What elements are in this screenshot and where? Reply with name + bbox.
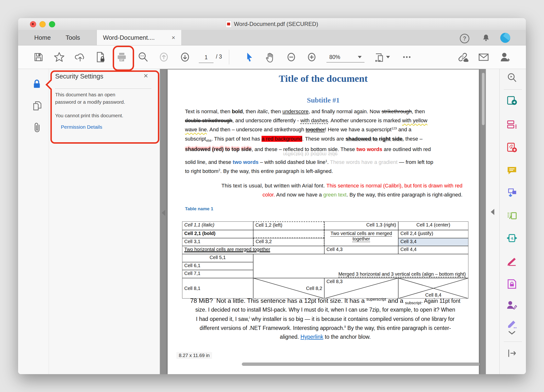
page-lock-button[interactable] [92, 45, 109, 69]
comment-icon[interactable] [506, 165, 518, 176]
more-tools-ellipsis[interactable] [398, 45, 415, 69]
panel-close-icon[interactable]: × [144, 72, 148, 79]
organize-pages-icon[interactable] [506, 119, 518, 130]
edit-pdf-icon[interactable] [506, 210, 518, 221]
search-icon[interactable] [135, 45, 152, 69]
zoom-level-value: 80% [329, 54, 340, 60]
table-cell: Cell 7,1 [182, 270, 253, 278]
paragraph1-line: subscript456. This part of text has a re… [185, 136, 422, 143]
merged-3x3-text: Merged 3 horizontal and 3 vertical cells… [338, 271, 466, 277]
toolbar: / 3 80% [18, 45, 526, 69]
table-cell: Cell 2,1 (bold) [182, 230, 253, 238]
horizontal-scrollbar[interactable] [242, 362, 479, 366]
paragraph1-line: double strikethrough, and underscore dif… [185, 118, 427, 124]
paragraph1-line: wave line. And then – underscore and str… [185, 126, 411, 133]
help-icon[interactable]: ? [460, 34, 469, 43]
send-signature-icon[interactable] [506, 300, 518, 311]
paragraph1-line: solid line, and these two words – with s… [185, 159, 433, 165]
paragraph1-line: shadowed (red) to top side, and these – … [185, 146, 431, 153]
notifications-bell-icon[interactable] [482, 34, 490, 42]
table-cell-crossed: Cell 8,4 [398, 278, 468, 298]
star-favorite-button[interactable] [51, 45, 68, 69]
main-content: Security Settings × This document has an… [18, 69, 526, 374]
document-view-area: Title of the document Subtitle #1 Text i… [160, 69, 486, 374]
vertical-scrollbar[interactable] [482, 73, 485, 125]
email-button[interactable] [475, 45, 492, 69]
permission-details-link[interactable]: Permission Details [61, 124, 102, 130]
left-navigation-strip [18, 69, 49, 374]
table-cell: Cell 2,4 (justify) [398, 230, 468, 238]
hand-pan-tool[interactable] [261, 45, 279, 69]
paragraph1-line: Text is normal, then bold, then italic, … [185, 108, 425, 115]
table-cell [253, 230, 324, 238]
previous-page-button[interactable] [155, 45, 172, 69]
combine-files-icon[interactable] [506, 187, 518, 199]
collapse-left-panel-arrow[interactable] [162, 210, 165, 216]
paragraph2-line: This text is usual, but written with Ari… [185, 183, 462, 189]
highlight-icon[interactable] [506, 318, 518, 330]
save-button[interactable] [30, 45, 47, 69]
protect-pdf-icon[interactable] [506, 278, 518, 290]
search-doc-icon[interactable] [506, 72, 517, 83]
zoom-level-dropdown[interactable]: 80% [326, 52, 365, 63]
table-cell: Cell 3,2 [253, 238, 324, 246]
merged-vertical-text: Two vertical cells are merged together [331, 231, 392, 241]
paragraph2-line: color. And now we have a green text. By … [185, 192, 462, 198]
merged-horizontal-text: Two horizontal cells are merged together [184, 247, 270, 252]
table-cell: Cell 5,1 [182, 254, 253, 262]
right-tools-strip [499, 69, 526, 374]
document-title: Title of the document [168, 73, 479, 84]
panel-message-password: This document has an open password or a … [55, 91, 134, 106]
zoom-in-button[interactable] [303, 45, 320, 69]
security-lock-icon[interactable] [31, 78, 42, 89]
table-cell: Cell 8,1 [182, 278, 253, 298]
paperclip-attachments-icon[interactable] [32, 122, 42, 133]
table-cell-diagonal: Cell 8,2 [253, 278, 324, 298]
zoom-out-button[interactable] [283, 45, 300, 69]
chevron-down-icon[interactable] [507, 330, 517, 335]
tab-document-label: Word-Document.... [103, 34, 155, 42]
tools-divider [504, 89, 522, 90]
open-panel-icon[interactable] [506, 348, 517, 359]
fit-options-caret[interactable] [386, 56, 390, 58]
paragraph3-line: 78 MiB? Not a little. This sentence has … [182, 297, 468, 305]
tab-document[interactable]: Word-Document.... × [96, 30, 182, 45]
share-link-button[interactable] [454, 45, 471, 69]
export-pdf-icon[interactable] [506, 95, 518, 106]
table-cell: Cell 6,1 [182, 262, 253, 270]
select-cursor-tool[interactable] [241, 45, 258, 69]
table-cell: Cell 1,2 (left) [253, 221, 324, 230]
page-number-input[interactable] [199, 52, 213, 63]
security-settings-panel: Security Settings × This document has an… [49, 69, 160, 374]
pdf-page: Title of the document Subtitle #1 Text i… [168, 70, 479, 374]
tab-close-icon[interactable]: × [172, 34, 175, 42]
window-title: Word-Document.pdf (SECURED) [234, 21, 318, 27]
table-cell-merged-horizontal: Two horizontal cells are merged together [182, 246, 324, 254]
page-thumbnails-icon[interactable] [32, 100, 43, 111]
document-table: Cell 1,1 (italic) Cell 1,2 (left) Cell 1… [182, 221, 468, 298]
table-cell-merged-vertical: Two vertical cells are merged together [324, 230, 398, 246]
paragraph1-line: to right bottom2. By the way, this entir… [185, 168, 333, 174]
tab-tools[interactable]: Tools [66, 30, 80, 45]
paragraph3-line: size. I decided not to install MSI-pack.… [182, 307, 468, 313]
add-person-button[interactable] [497, 45, 514, 69]
cloud-upload-button[interactable] [71, 45, 89, 69]
toolbar-separator [229, 50, 229, 65]
next-page-button[interactable] [177, 45, 194, 69]
compress-pdf-icon[interactable] [506, 233, 518, 244]
tools-divider [504, 342, 522, 342]
paragraph3-line: I had opened it, I saw,i why installer i… [182, 316, 468, 322]
collapse-right-panel-arrow[interactable] [491, 209, 494, 215]
fill-sign-icon[interactable] [506, 255, 518, 267]
table-cell: Cell 1,1 (italic) [182, 221, 253, 230]
create-pdf-icon[interactable] [506, 142, 518, 153]
desktop: Word-Document.pdf (SECURED) Home Tools W… [0, 0, 544, 392]
panel-divider [55, 89, 151, 89]
table-cell: Cell 3,1 [182, 238, 253, 246]
table-cell-merged-3x3: Merged 3 horizontal and 3 vertical cells… [253, 254, 468, 278]
title-bar: Word-Document.pdf (SECURED) [18, 18, 526, 30]
hyperlink[interactable]: Hyperlink [301, 334, 323, 340]
user-avatar[interactable] [500, 33, 510, 43]
print-button[interactable] [113, 45, 130, 69]
tab-home[interactable]: Home [34, 30, 51, 45]
